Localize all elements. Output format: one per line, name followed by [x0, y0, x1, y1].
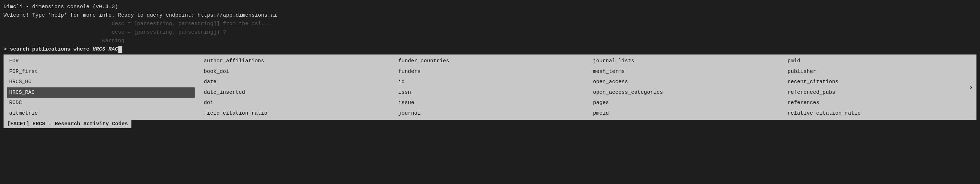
- autocomplete-item-selected[interactable]: HRCS_RAC: [7, 87, 195, 98]
- title-line: Dimcli - dimensions console (v0.4.3): [3, 3, 977, 11]
- autocomplete-item[interactable]: references: [785, 98, 973, 108]
- autocomplete-item[interactable]: journal_lists: [591, 56, 778, 67]
- prompt-command: search publications where: [7, 45, 92, 54]
- autocomplete-item[interactable]: field_citation_ratio: [202, 108, 389, 119]
- autocomplete-item[interactable]: book_doi: [202, 67, 389, 77]
- cursor: [118, 46, 122, 53]
- autocomplete-item[interactable]: altmetric: [7, 108, 195, 119]
- autocomplete-item[interactable]: open_access: [591, 77, 778, 87]
- autocomplete-col-5: pmid publisher recent_citations referenc…: [782, 56, 977, 118]
- autocomplete-item[interactable]: doi: [202, 98, 389, 108]
- autocomplete-item[interactable]: publisher: [785, 67, 973, 77]
- autocomplete-item[interactable]: recent_citations: [785, 77, 973, 87]
- autocomplete-item[interactable]: HRCS_HC: [7, 77, 195, 87]
- terminal: Dimcli - dimensions console (v0.4.3) Wel…: [0, 0, 980, 184]
- autocomplete-dropdown[interactable]: FOR FOR_first HRCS_HC HRCS_RAC RCDC altm…: [3, 54, 977, 120]
- autocomplete-item[interactable]: pmcid: [591, 108, 778, 119]
- autocomplete-item[interactable]: open_access_categories: [591, 87, 778, 98]
- autocomplete-item[interactable]: journal: [396, 108, 584, 119]
- autocomplete-item[interactable]: FOR: [7, 56, 195, 67]
- autocomplete-item[interactable]: FOR_first: [7, 67, 195, 77]
- autocomplete-col-4: journal_lists mesh_terms open_access ope…: [587, 56, 782, 118]
- autocomplete-item[interactable]: RCDC: [7, 98, 195, 108]
- prompt-italic: HRCS_RAC: [92, 45, 118, 54]
- prompt-line: > search publications where HRCS_RAC: [3, 45, 977, 54]
- autocomplete-col-1: FOR FOR_first HRCS_HC HRCS_RAC RCDC altm…: [3, 56, 198, 118]
- prompt-symbol: >: [3, 45, 7, 54]
- welcome-line: Welcome! Type 'help' for more info. Read…: [3, 11, 977, 20]
- autocomplete-item[interactable]: date: [202, 77, 389, 87]
- autocomplete-item[interactable]: pages: [591, 98, 778, 108]
- autocomplete-item[interactable]: relative_citation_ratio: [785, 108, 973, 119]
- faded-lines: desc = [parsestring, parsestring]] from …: [3, 20, 977, 45]
- autocomplete-item[interactable]: funders: [396, 67, 584, 77]
- autocomplete-col-2: author_affiliations book_doi date date_i…: [198, 56, 393, 118]
- autocomplete-col-3: funder_countries funders id issn issue j…: [393, 56, 587, 118]
- autocomplete-item[interactable]: funder_countries: [396, 56, 584, 67]
- autocomplete-item[interactable]: referenced_pubs: [785, 87, 973, 98]
- autocomplete-item[interactable]: id: [396, 77, 584, 87]
- autocomplete-item[interactable]: issue: [396, 98, 584, 108]
- scroll-right-arrow[interactable]: ›: [969, 84, 973, 91]
- autocomplete-item[interactable]: date_inserted: [202, 87, 389, 98]
- autocomplete-item[interactable]: mesh_terms: [591, 67, 778, 77]
- autocomplete-item[interactable]: pmid: [785, 56, 973, 67]
- autocomplete-container: FOR FOR_first HRCS_HC HRCS_RAC RCDC altm…: [3, 54, 977, 128]
- autocomplete-item[interactable]: author_affiliations: [202, 56, 389, 67]
- autocomplete-item[interactable]: issn: [396, 87, 584, 98]
- status-bar: [FACET] HRCS – Research Activity Codes: [3, 120, 131, 128]
